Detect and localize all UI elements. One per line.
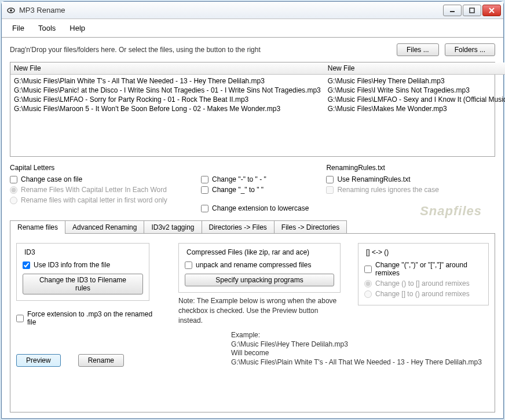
unpack-checkbox[interactable] (185, 261, 192, 269)
brackets-radio-paren-label: Change () to [] around remixes (375, 279, 470, 288)
file-lists: New File G:\Music Files\Plain White T's … (10, 62, 495, 157)
use-rules-checkbox[interactable] (326, 176, 334, 183)
change-id3-rules-button[interactable]: Change the ID3 to Filename rules (23, 274, 143, 294)
change-case-label: Change case on file (21, 175, 82, 183)
file-header-left[interactable]: New File (10, 62, 324, 75)
list-item[interactable]: G:\Music Files\LMFAO - Sexy and I Know I… (328, 95, 505, 104)
capital-radio-each-label: Rename Files With Capital Letter In Each… (21, 186, 167, 194)
brackets-radio-paren (364, 280, 372, 288)
list-item[interactable]: G:\Music Files\Maroon 5 - It Won't Be So… (14, 104, 321, 113)
example-block: Example: G:\Music Files\Hey There Delila… (130, 331, 482, 367)
folders-button[interactable]: Folders ... (445, 43, 495, 56)
menu-help[interactable]: Help (63, 21, 92, 35)
example-line3: G:\Music Files\Plain White T's - All Tha… (231, 358, 482, 367)
tab-panel: ID3 Use ID3 info from the file Change th… (10, 233, 495, 412)
change-ext-lower-checkbox[interactable] (201, 205, 208, 212)
force-ext-label: Force extension to .mp3 on the renamed f… (27, 310, 161, 326)
window-title: MP3 Rename (19, 6, 443, 14)
rules-legend: RenamingRules.txt (326, 164, 438, 172)
use-id3-checkbox[interactable] (23, 261, 30, 269)
change-brackets-label: Change "(",")" or "[","]" around remixes (375, 261, 482, 277)
app-icon (6, 6, 16, 15)
file-list-right[interactable]: G:\Music Files\Hey There Delilah.mp3 G:\… (324, 75, 505, 115)
brackets-legend: [] <-> () (364, 248, 390, 256)
list-item[interactable]: G:\Music Files\Panic! at the Disco - I W… (14, 86, 321, 95)
preview-button[interactable]: Preview (16, 354, 61, 367)
compressed-legend: Compressed Files (like zip, rar and ace) (185, 248, 311, 256)
list-item[interactable]: G:\Music Files\LMFAO - Sorry for Party R… (14, 95, 321, 104)
id3-legend: ID3 (23, 248, 37, 256)
ignore-case-checkbox (326, 186, 334, 194)
change-ext-lower-label: Change extension to lowercase (212, 204, 309, 212)
titlebar: MP3 Rename (2, 2, 503, 19)
compressed-note: Note: The Example below is wrong when th… (178, 296, 341, 325)
menu-tools[interactable]: Tools (31, 21, 63, 35)
example-line1: G:\Music Files\Hey There Delilah.mp3 (231, 340, 482, 349)
change-dash-label: Change "-" to " - " (212, 175, 266, 183)
example-label: Example: (231, 331, 482, 340)
tab-files-to-directories[interactable]: Files -> Directories (274, 220, 347, 234)
maximize-button[interactable] (463, 5, 481, 16)
brackets-radio-square-label: Change [] to () around remixes (375, 290, 470, 298)
use-id3-label: Use ID3 info from the file (34, 261, 110, 269)
capital-radio-first (10, 197, 17, 204)
compressed-group: Compressed Files (like zip, rar and ace)… (178, 243, 341, 293)
ignore-case-label: Renaming rules ignores the case (337, 186, 438, 194)
change-underscore-label: Change "_" to " " (212, 186, 264, 194)
change-case-checkbox[interactable] (10, 176, 17, 183)
dragdrop-label: Drag'n'Drop your files/folders here. Or … (10, 46, 391, 54)
menu-file[interactable]: File (5, 21, 31, 35)
close-button[interactable] (482, 5, 501, 16)
file-header-right[interactable]: New File (324, 62, 505, 75)
capital-radio-each (10, 186, 17, 194)
tabs: Rename files Advanced Renaming ID3v2 tag… (10, 220, 495, 234)
brackets-radio-square (364, 290, 372, 298)
force-ext-checkbox[interactable] (16, 315, 24, 322)
example-line2: Will become (231, 349, 482, 358)
tab-id3v2-tagging[interactable]: ID3v2 tagging (144, 220, 202, 234)
list-item[interactable]: G:\Music Files\Makes Me Wonder.mp3 (328, 104, 505, 113)
id3-group: ID3 Use ID3 info from the file Change th… (16, 243, 149, 301)
list-item[interactable]: G:\Music Files\Plain White T's - All Tha… (14, 76, 321, 86)
unpack-label: unpack and rename compressed files (196, 261, 311, 269)
change-brackets-checkbox[interactable] (364, 266, 372, 273)
capital-letters-group: Capital Letters Change case on file Rena… (10, 164, 184, 213)
specify-unpacking-button[interactable]: Specify unpacking programs (185, 274, 334, 286)
svg-rect-3 (470, 8, 474, 13)
list-item[interactable]: G:\Music Files\I Write Sins Not Tragedie… (328, 86, 505, 95)
changes-group: Change "-" to " - " Change "_" to " " Ch… (201, 164, 309, 213)
tab-directories-to-files[interactable]: Directories -> Files (202, 220, 275, 234)
renaming-rules-group: RenamingRules.txt Use RenamingRules.txt … (326, 164, 438, 213)
capital-radio-first-label: Rename files with capital letter in firs… (21, 196, 167, 204)
file-list-left[interactable]: G:\Music Files\Plain White T's - All Tha… (10, 75, 324, 115)
brackets-group: [] <-> () Change "(",")" or "[","]" arou… (358, 243, 489, 305)
minimize-button[interactable] (443, 5, 462, 16)
change-underscore-checkbox[interactable] (201, 186, 208, 194)
rename-button[interactable]: Rename (78, 354, 124, 367)
change-dash-checkbox[interactable] (201, 176, 208, 183)
tab-rename-files[interactable]: Rename files (10, 220, 65, 234)
use-rules-label: Use RenamingRules.txt (337, 175, 410, 183)
files-button[interactable]: Files ... (397, 43, 439, 56)
list-item[interactable]: G:\Music Files\Hey There Delilah.mp3 (328, 76, 505, 86)
tab-advanced-renaming[interactable]: Advanced Renaming (65, 220, 144, 234)
capital-legend: Capital Letters (10, 164, 184, 172)
svg-point-1 (10, 9, 12, 12)
menubar: File Tools Help (2, 19, 503, 38)
